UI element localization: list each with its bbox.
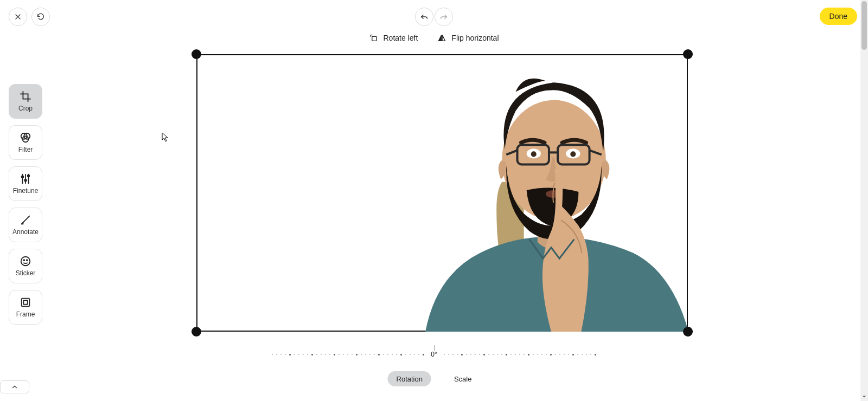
undo-button[interactable] — [415, 8, 433, 26]
svg-point-5 — [24, 179, 27, 182]
done-button[interactable]: Done — [820, 8, 857, 25]
rotate-left-button[interactable]: Rotate left — [369, 34, 418, 42]
crop-rectangle[interactable] — [196, 54, 688, 332]
top-left-controls — [9, 8, 50, 26]
redo-button[interactable] — [435, 8, 453, 26]
crop-icon — [20, 90, 31, 102]
svg-point-9 — [27, 260, 28, 261]
svg-point-16 — [531, 151, 537, 157]
scrollbar-thumb[interactable] — [861, 1, 867, 50]
rotation-ruler[interactable]: 0° — [336, 350, 532, 363]
mode-row: Rotation Scale — [388, 371, 481, 386]
tool-frame[interactable]: Frame — [9, 290, 42, 325]
ruler-value: 0° — [429, 351, 439, 358]
crop-handle-top-left[interactable] — [192, 49, 201, 59]
tool-annotate[interactable]: Annotate — [9, 208, 42, 242]
mode-rotation[interactable]: Rotation — [388, 371, 431, 386]
vertical-scrollbar[interactable] — [860, 0, 868, 401]
svg-rect-11 — [23, 300, 27, 304]
rotate-left-label: Rotate left — [384, 34, 418, 42]
tool-filter-label: Filter — [18, 146, 33, 153]
tool-filter[interactable]: Filter — [9, 125, 42, 160]
undo-icon — [420, 12, 429, 21]
svg-rect-0 — [372, 36, 376, 41]
svg-point-7 — [21, 257, 30, 266]
tool-crop[interactable]: Crop — [9, 84, 42, 119]
crop-handle-bottom-left[interactable] — [192, 327, 201, 337]
mode-scale[interactable]: Scale — [445, 371, 481, 386]
tool-sticker-label: Sticker — [16, 269, 36, 277]
image-content — [414, 56, 688, 332]
svg-point-4 — [22, 176, 24, 178]
svg-point-6 — [28, 175, 30, 177]
close-button[interactable] — [9, 8, 27, 26]
rotate-left-icon — [369, 34, 378, 42]
tool-sticker[interactable]: Sticker — [9, 249, 42, 283]
crop-canvas[interactable] — [196, 54, 688, 332]
crop-handle-bottom-right[interactable] — [683, 327, 693, 337]
sticker-icon — [20, 255, 31, 267]
svg-point-17 — [570, 151, 576, 157]
mouse-cursor-icon — [162, 132, 169, 142]
flip-horizontal-button[interactable]: Flip horizontal — [437, 34, 499, 42]
collapse-toggle[interactable] — [0, 380, 29, 393]
filter-icon — [20, 132, 31, 144]
chevron-up-icon — [11, 383, 18, 391]
transform-row: Rotate left Flip horizontal — [369, 34, 499, 42]
tool-sidebar: Crop Filter Finetune Annotate Sticker Fr… — [9, 84, 42, 325]
top-bar: Done — [0, 0, 868, 31]
scrollbar-arrow-down-icon[interactable] — [861, 393, 867, 400]
svg-point-8 — [23, 260, 24, 261]
annotate-icon — [20, 214, 31, 226]
tool-finetune[interactable]: Finetune — [9, 166, 42, 201]
frame-icon — [20, 296, 31, 308]
tool-frame-label: Frame — [16, 311, 35, 318]
crop-handle-top-right[interactable] — [683, 49, 693, 59]
redo-icon — [439, 12, 448, 21]
reset-button[interactable] — [31, 8, 50, 26]
flip-horizontal-label: Flip horizontal — [451, 34, 499, 42]
svg-rect-10 — [22, 299, 30, 307]
flip-horizontal-icon — [437, 34, 446, 42]
reset-icon — [36, 12, 45, 21]
tool-crop-label: Crop — [18, 105, 33, 112]
tool-annotate-label: Annotate — [12, 228, 39, 236]
close-icon — [14, 12, 22, 21]
finetune-icon — [20, 173, 31, 185]
undo-redo-group — [415, 8, 453, 26]
tool-finetune-label: Finetune — [13, 187, 39, 195]
